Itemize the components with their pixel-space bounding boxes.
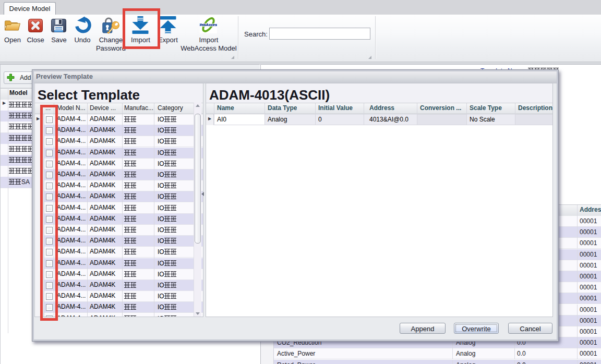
- svg-text:WebAccess: WebAccess: [200, 22, 217, 27]
